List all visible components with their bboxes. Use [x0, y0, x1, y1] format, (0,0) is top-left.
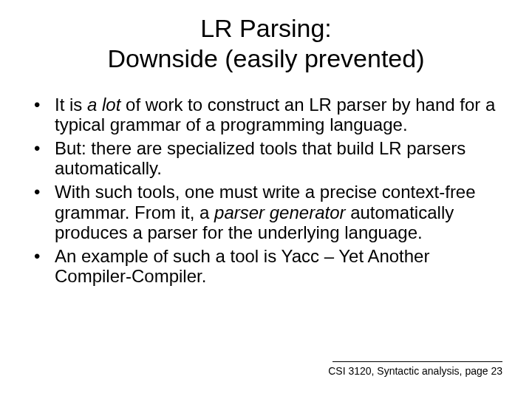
bullet-2: But: there are specialized tools that bu… — [30, 138, 502, 179]
footer-text: CSI 3120, Syntactic analysis, page 23 — [328, 365, 502, 377]
slide-footer: CSI 3120, Syntactic analysis, page 23 — [328, 361, 502, 377]
footer-rule — [332, 361, 502, 362]
bullet-2-text: But: there are specialized tools that bu… — [55, 138, 466, 179]
slide: LR Parsing: Downside (easily prevented) … — [0, 0, 532, 399]
bullet-list: It is a lot of work to construct an LR p… — [30, 95, 502, 287]
title-line-1: LR Parsing: — [200, 14, 332, 42]
bullet-1-emph: a lot — [87, 95, 120, 115]
bullet-1: It is a lot of work to construct an LR p… — [30, 95, 502, 135]
slide-title: LR Parsing: Downside (easily prevented) — [30, 13, 502, 74]
bullet-3-emph: parser generator — [214, 202, 345, 222]
bullet-3: With such tools, one must write a precis… — [30, 182, 502, 243]
bullet-4: An example of such a tool is Yacc – Yet … — [30, 246, 502, 287]
bullet-1-text-c: of work to construct an LR parser by han… — [55, 95, 495, 135]
title-line-2: Downside (easily prevented) — [108, 44, 425, 72]
bullet-1-text-a: It is — [55, 95, 87, 115]
bullet-4-text: An example of such a tool is Yacc – Yet … — [55, 246, 429, 287]
